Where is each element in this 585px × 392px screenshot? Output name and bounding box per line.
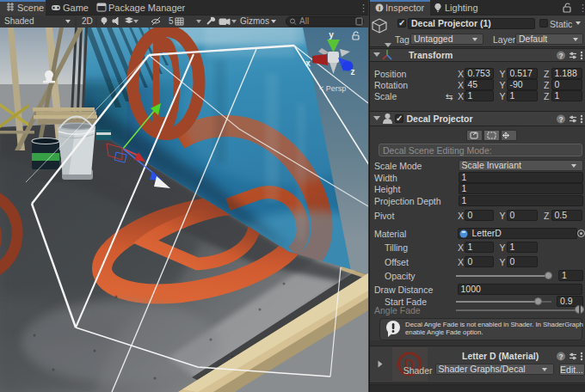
svg-text:z: z xyxy=(351,67,355,77)
svg-text:x: x xyxy=(305,58,311,68)
svg-text:D: D xyxy=(151,28,182,162)
svg-text:< Persp: < Persp xyxy=(319,84,346,93)
svg-text:i: i xyxy=(379,4,380,12)
svg-text:?: ? xyxy=(558,52,563,60)
svg-text:?: ? xyxy=(558,114,563,123)
svg-text:?: ? xyxy=(558,352,563,360)
svg-text:y: y xyxy=(329,30,334,40)
